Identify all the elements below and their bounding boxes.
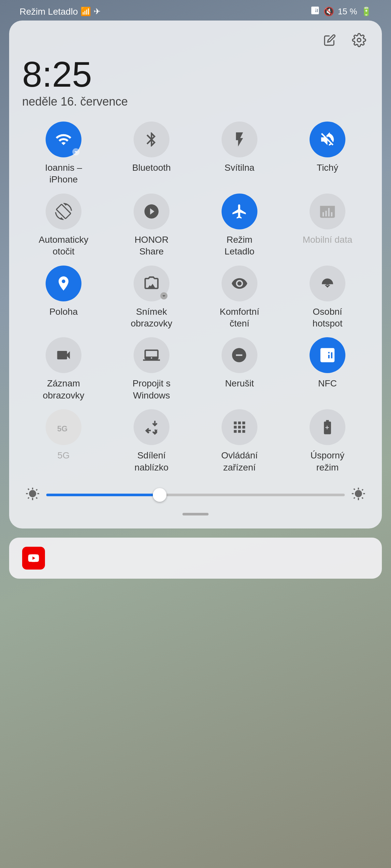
qs-honor-share-label: HONORShare (134, 234, 169, 258)
clock-date: neděle 16. července (22, 95, 369, 108)
brightness-min-icon (25, 487, 40, 504)
qs-rotate[interactable]: Automatickyotočit (22, 193, 105, 258)
qs-rotate-circle (46, 193, 82, 229)
qs-screenshot[interactable]: Snímekobrazovky (110, 266, 193, 330)
qs-location[interactable]: Poloha (22, 266, 105, 330)
qs-rotate-label: Automatickyotočit (39, 234, 89, 258)
qs-flashlight-circle (221, 122, 258, 157)
qs-silent-circle (309, 122, 345, 157)
qs-screenshot-label: Snímekobrazovky (131, 306, 172, 330)
qs-nearby-label: Sdílenínablízko (134, 450, 169, 473)
brightness-slider[interactable] (46, 494, 345, 496)
airplane-mode-label: Režim Letadlo (20, 6, 78, 17)
qs-device-control[interactable]: Ovládánízařízení (198, 409, 281, 473)
qs-dnd-circle (221, 337, 258, 373)
qs-wifi-label: Ioannis –iPhone (45, 162, 82, 186)
qs-5g-label: 5G (57, 450, 69, 461)
wifi-arrow-icon (72, 148, 80, 155)
qs-battery-saver-circle (309, 409, 345, 445)
qs-wifi-circle (46, 122, 82, 157)
qs-flashlight-label: Svítilna (224, 162, 254, 174)
qs-battery-saver-label: Úspornýrežim (310, 450, 344, 473)
qs-comfort[interactable]: Komfortníčtení (198, 266, 281, 330)
edit-button[interactable] (320, 30, 339, 50)
qs-bluetooth-circle (133, 122, 170, 157)
brightness-max-icon (351, 487, 366, 504)
qs-dnd[interactable]: Nerušit (198, 337, 281, 401)
media-notification[interactable] (9, 537, 382, 579)
svg-text:5G: 5G (57, 424, 68, 433)
qs-wifi[interactable]: Ioannis –iPhone (22, 122, 105, 186)
qs-airplane-circle (221, 193, 258, 229)
qs-nearby[interactable]: Sdílenínablízko (110, 409, 193, 473)
wifi-status-icon: 📶 (81, 6, 91, 17)
qs-honor-share-circle (133, 193, 170, 229)
qs-silent[interactable]: Tichý (286, 122, 369, 186)
settings-button[interactable] (349, 30, 369, 50)
qs-mobile-data-label: Mobilní data (303, 234, 353, 246)
nfc-icon (310, 6, 320, 17)
qs-connect-windows-label: Propojit sWindows (132, 378, 171, 401)
svg-point-0 (357, 38, 361, 42)
qs-nfc-circle (309, 337, 345, 373)
collapse-handle-bar (182, 513, 209, 516)
brightness-row (22, 487, 369, 504)
qs-location-label: Poloha (49, 306, 78, 318)
qs-bluetooth-label: Bluetooth (132, 162, 171, 174)
qs-hotspot-circle (309, 266, 345, 301)
clock-time: 8:25 (22, 56, 369, 92)
qs-airplane[interactable]: RežimLetadlo (198, 193, 281, 258)
brightness-thumb[interactable] (153, 488, 167, 502)
qs-screenrecord-circle (46, 337, 82, 373)
qs-hotspot-label: Osobníhotspot (312, 306, 342, 330)
qs-dnd-label: Nerušit (225, 378, 254, 390)
qs-comfort-label: Komfortníčtení (220, 306, 259, 330)
mute-icon: 🔇 (324, 6, 334, 17)
qs-nfc[interactable]: NFC (286, 337, 369, 401)
qs-honor-share[interactable]: HONORShare (110, 193, 193, 258)
qs-flashlight[interactable]: Svítilna (198, 122, 281, 186)
qs-nearby-circle (133, 409, 170, 445)
qs-mobile-data-circle (309, 193, 345, 229)
battery-icon: 🔋 (361, 6, 371, 17)
qs-connect-windows[interactable]: Propojit sWindows (110, 337, 193, 401)
airplane-status-icon: ✈ (93, 6, 101, 17)
qs-device-control-label: Ovládánízařízení (221, 450, 258, 473)
quick-settings-grid: Ioannis –iPhone Bluetooth Svítilna Tichý (22, 122, 369, 473)
time-display: 8:25 neděle 16. července (22, 56, 369, 108)
qs-airplane-label: RežimLetadlo (224, 234, 254, 258)
qs-5g-circle: 5G (46, 409, 82, 445)
brightness-fill (46, 494, 160, 496)
status-bar: Režim Letadlo 📶 ✈ 🔇 15 % 🔋 (0, 0, 391, 21)
battery-label: 15 % (338, 6, 357, 17)
qs-battery-saver[interactable]: Úspornýrežim (286, 409, 369, 473)
qs-5g[interactable]: 5G 5G (22, 409, 105, 473)
quick-settings-panel: 8:25 neděle 16. července Ioannis –iPhone… (9, 21, 382, 528)
screenshot-arrow-icon (160, 292, 168, 300)
qs-device-control-circle (221, 409, 258, 445)
collapse-handle[interactable] (22, 513, 369, 516)
qs-connect-windows-circle (133, 337, 170, 373)
qs-location-circle (46, 266, 82, 301)
qs-comfort-circle (221, 266, 258, 301)
qs-nfc-label: NFC (318, 378, 337, 390)
panel-top-actions (22, 30, 369, 50)
qs-silent-label: Tichý (317, 162, 338, 174)
qs-hotspot[interactable]: Osobníhotspot (286, 266, 369, 330)
status-right: 🔇 15 % 🔋 (310, 6, 371, 17)
qs-screenshot-circle (133, 266, 170, 301)
qs-screenrecord-label: Záznamobrazovky (43, 378, 84, 401)
status-left: Režim Letadlo 📶 ✈ (20, 6, 101, 17)
qs-bluetooth[interactable]: Bluetooth (110, 122, 193, 186)
qs-screenrecord[interactable]: Záznamobrazovky (22, 337, 105, 401)
youtube-app-icon (22, 547, 45, 569)
qs-mobile-data[interactable]: Mobilní data (286, 193, 369, 258)
